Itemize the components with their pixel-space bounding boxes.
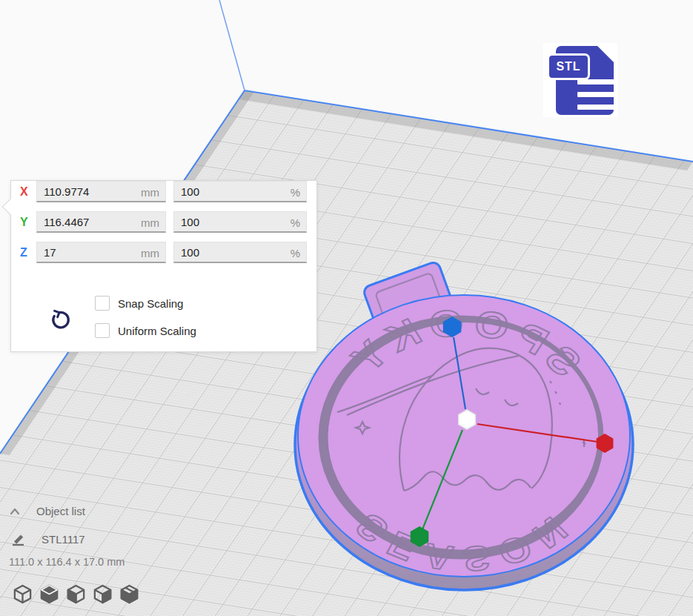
stl-text-line: [577, 79, 617, 85]
uniform-scaling-checkbox-row[interactable]: Uniform Scaling: [95, 323, 196, 338]
z-axis-label: Z: [20, 246, 36, 259]
view-3d-icon: [12, 583, 33, 605]
y-size-input[interactable]: [36, 211, 166, 233]
view-left-icon: [92, 583, 113, 605]
x-scale-handle[interactable]: [597, 434, 613, 452]
x-size-input[interactable]: [36, 181, 166, 202]
y-scale-handle[interactable]: [411, 527, 428, 546]
reset-icon: [48, 308, 70, 331]
view-top-button[interactable]: [65, 583, 87, 605]
scale-tool-panel: X mm % Y mm % Z mm % Snap Scaling Unifor: [10, 180, 317, 352]
view-front-icon: [39, 583, 60, 605]
chevron-up-icon: [10, 508, 20, 515]
pencil-icon: [11, 531, 27, 546]
stl-label: STL: [547, 53, 590, 80]
stl-fold-corner: [597, 45, 614, 63]
scale-row-x: X mm %: [20, 181, 307, 202]
object-list-title: Object list: [36, 505, 85, 517]
view-top-icon: [65, 583, 87, 605]
build-volume-edge: [219, 0, 245, 90]
view-front-button[interactable]: [39, 583, 60, 605]
scale-row-y: Y mm %: [20, 211, 307, 233]
view-3d-button[interactable]: [12, 583, 33, 605]
x-axis-label: X: [20, 185, 36, 199]
center-scale-handle[interactable]: [459, 410, 476, 429]
view-right-icon: [119, 583, 140, 605]
z-percent-input[interactable]: [173, 242, 307, 263]
z-scale-handle[interactable]: [444, 317, 461, 337]
stl-text-line: [577, 105, 617, 110]
y-axis-label: Y: [20, 216, 36, 229]
snap-scaling-label: Snap Scaling: [118, 297, 183, 310]
model-dimensions-text: 111.0 x 116.4 x 17.0 mm: [9, 556, 125, 568]
object-name: STL1117: [42, 533, 85, 546]
scale-row-z: Z mm %: [20, 242, 307, 263]
y-percent-input[interactable]: [173, 211, 307, 233]
cura-viewport-app: SPOOKY SEASON: [0, 0, 693, 616]
snap-scaling-checkbox[interactable]: [95, 296, 110, 311]
view-left-button[interactable]: [92, 583, 113, 605]
stl-text-line: [577, 92, 617, 97]
view-right-button[interactable]: [119, 583, 140, 605]
reset-scale-button[interactable]: [48, 308, 70, 331]
x-percent-input[interactable]: [173, 181, 307, 202]
object-list-header[interactable]: Object list: [10, 505, 85, 517]
uniform-scaling-checkbox[interactable]: [95, 323, 110, 338]
z-size-input[interactable]: [36, 242, 166, 263]
snap-scaling-checkbox-row[interactable]: Snap Scaling: [95, 296, 183, 311]
uniform-scaling-label: Uniform Scaling: [118, 325, 196, 337]
object-list-item[interactable]: STL1117: [11, 531, 85, 546]
camera-view-toolbar: [12, 583, 145, 605]
stl-file-icon: STL: [543, 43, 617, 117]
